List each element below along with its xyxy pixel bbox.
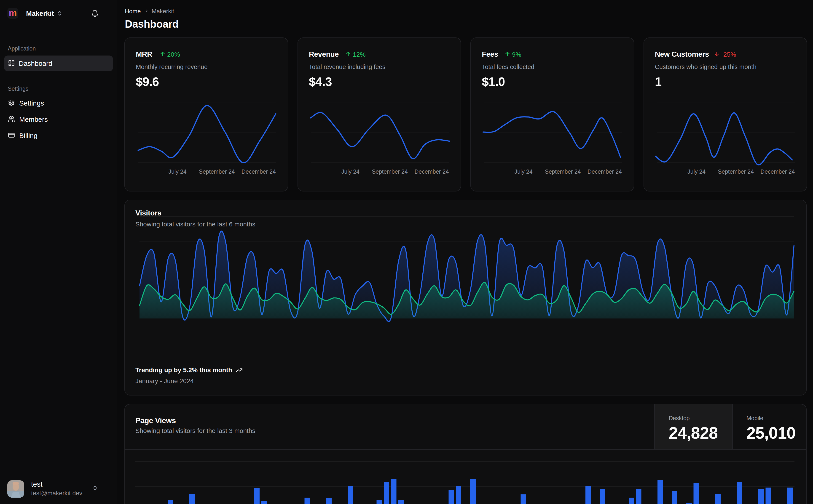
svg-text:m: m (9, 8, 17, 18)
